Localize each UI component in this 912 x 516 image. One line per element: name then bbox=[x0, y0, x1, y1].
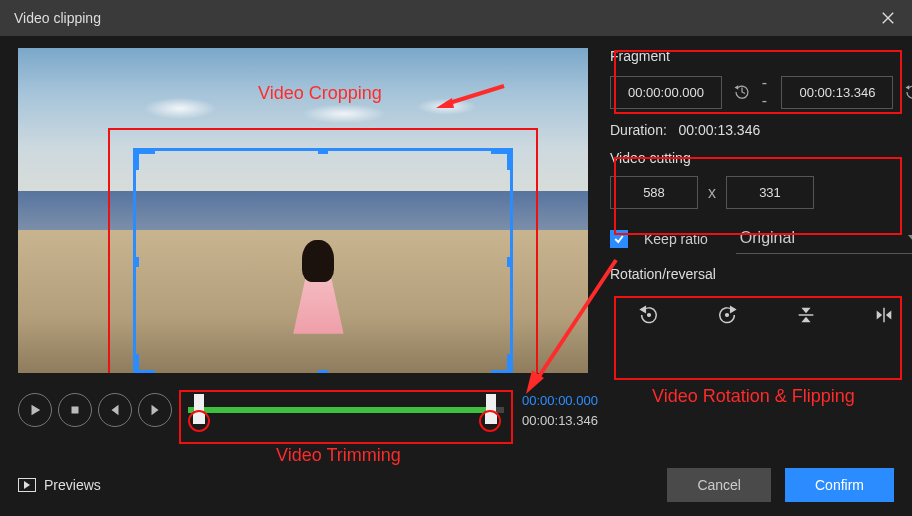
fragment-section: Fragment -- Duration: 00:00:13.346 bbox=[610, 48, 912, 138]
svg-marker-7 bbox=[641, 307, 646, 313]
trim-timeline[interactable]: 00:00:00.000 00:00:13.346 bbox=[188, 385, 588, 435]
svg-rect-1 bbox=[72, 407, 79, 414]
trim-start-time: 00:00:00.000 bbox=[522, 393, 598, 408]
svg-marker-2 bbox=[112, 405, 119, 416]
flip-vertical-button[interactable] bbox=[786, 298, 826, 332]
fragment-end-input[interactable] bbox=[781, 76, 893, 109]
previews-icon bbox=[18, 478, 36, 492]
ratio-preset-select[interactable]: Original bbox=[736, 223, 912, 254]
ratio-preset-value: Original bbox=[740, 229, 795, 247]
svg-marker-4 bbox=[734, 85, 738, 90]
fragment-start-input[interactable] bbox=[610, 76, 722, 109]
cutting-title: Video cutting bbox=[610, 150, 912, 166]
trim-end-handle[interactable] bbox=[486, 394, 496, 416]
svg-marker-5 bbox=[906, 85, 910, 90]
svg-point-10 bbox=[726, 314, 729, 317]
trim-end-time: 00:00:13.346 bbox=[522, 413, 598, 428]
previews-label: Previews bbox=[44, 477, 101, 493]
reset-end-icon[interactable] bbox=[903, 81, 912, 103]
reset-start-icon[interactable] bbox=[732, 81, 752, 103]
svg-marker-13 bbox=[801, 317, 810, 323]
fragment-title: Fragment bbox=[610, 48, 912, 64]
step-fwd-button[interactable] bbox=[138, 393, 172, 427]
cutting-section: Video cutting x Keep ratio Original bbox=[610, 150, 912, 254]
chevron-down-icon bbox=[907, 232, 912, 244]
rotation-section: Rotation/reversal bbox=[610, 266, 912, 336]
svg-point-8 bbox=[648, 314, 651, 317]
trim-start-handle[interactable] bbox=[194, 394, 204, 416]
fragment-separator: -- bbox=[762, 74, 772, 110]
rotate-ccw-button[interactable] bbox=[629, 298, 669, 332]
cancel-button[interactable]: Cancel bbox=[667, 468, 771, 502]
svg-marker-3 bbox=[152, 405, 159, 416]
previews-button[interactable]: Previews bbox=[18, 477, 101, 493]
duration-label: Duration: bbox=[610, 122, 667, 138]
confirm-button[interactable]: Confirm bbox=[785, 468, 894, 502]
svg-marker-0 bbox=[32, 405, 41, 416]
crop-selector[interactable] bbox=[133, 148, 513, 373]
window-title: Video clipping bbox=[14, 10, 101, 26]
stop-button[interactable] bbox=[58, 393, 92, 427]
rotation-title: Rotation/reversal bbox=[610, 266, 912, 282]
titlebar: Video clipping bbox=[0, 0, 912, 36]
flip-horizontal-button[interactable] bbox=[864, 298, 904, 332]
keep-ratio-label: Keep ratio bbox=[644, 231, 708, 247]
duration-value: 00:00:13.346 bbox=[678, 122, 760, 138]
step-back-button[interactable] bbox=[98, 393, 132, 427]
rotate-cw-button[interactable] bbox=[707, 298, 747, 332]
cut-width-input[interactable] bbox=[610, 176, 698, 209]
svg-marker-6 bbox=[908, 235, 912, 241]
svg-marker-9 bbox=[731, 307, 736, 313]
close-icon[interactable] bbox=[878, 8, 898, 28]
play-button[interactable] bbox=[18, 393, 52, 427]
svg-marker-14 bbox=[877, 310, 883, 319]
keep-ratio-checkbox[interactable] bbox=[610, 230, 628, 248]
annotation-trim-label: Video Trimming bbox=[276, 445, 401, 466]
video-preview[interactable] bbox=[18, 48, 588, 373]
svg-marker-16 bbox=[886, 310, 892, 319]
cut-separator: x bbox=[708, 184, 716, 202]
cut-height-input[interactable] bbox=[726, 176, 814, 209]
svg-marker-11 bbox=[801, 308, 810, 314]
